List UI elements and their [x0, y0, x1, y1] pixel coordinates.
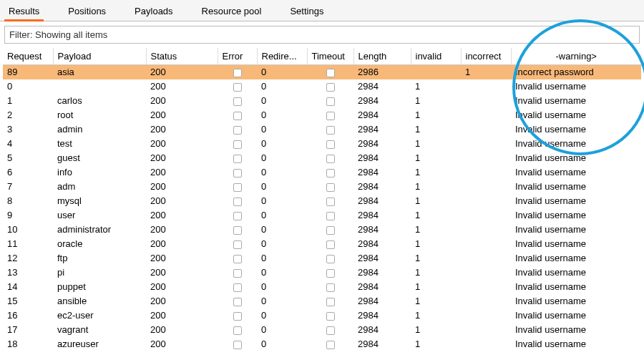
cell-payload: azureuser	[53, 337, 146, 351]
cell-error	[218, 323, 257, 337]
table-row[interactable]: 12ftp200029841Invalid username	[3, 251, 641, 266]
table-row[interactable]: 10administrator200029841Invalid username	[3, 223, 641, 237]
col-payload[interactable]: Payload	[53, 48, 146, 65]
cell-request: 14	[3, 280, 53, 294]
table-row[interactable]: 89asia200029861Incorrect password	[3, 65, 641, 79]
cell-timeout	[307, 79, 353, 94]
cell-error	[218, 79, 257, 94]
timeout-checkbox-icon	[326, 183, 335, 192]
error-checkbox-icon	[233, 212, 242, 220]
cell-redirects: 0	[257, 165, 307, 180]
cell-invalid: 1	[411, 280, 461, 294]
col-length[interactable]: Length	[353, 48, 411, 65]
cell-warning: Invalid username	[511, 294, 641, 308]
col-timeout[interactable]: Timeout	[307, 48, 353, 65]
col-invalid[interactable]: invalid	[411, 48, 461, 65]
cell-invalid: 1	[411, 208, 461, 223]
cell-error	[218, 165, 257, 180]
table-row[interactable]: 17vagrant200029841Invalid username	[3, 323, 641, 337]
tab-results[interactable]: Results	[6, 3, 42, 21]
cell-redirects: 0	[257, 151, 307, 165]
cell-request: 5	[3, 151, 53, 165]
table-row[interactable]: 3admin200029841Invalid username	[3, 122, 641, 137]
col-request[interactable]: Request	[3, 48, 53, 65]
table-row[interactable]: 13pi200029841Invalid username	[3, 266, 641, 280]
table-row[interactable]: 7adm200029841Invalid username	[3, 180, 641, 194]
cell-error	[218, 208, 257, 223]
cell-status: 200	[146, 65, 218, 79]
table-row[interactable]: 9user200029841Invalid username	[3, 208, 641, 223]
tab-positions[interactable]: Positions	[65, 3, 109, 21]
cell-length: 2984	[353, 223, 411, 237]
col-status[interactable]: Status	[146, 48, 218, 65]
cell-invalid	[411, 65, 461, 79]
table-row[interactable]: 1carlos200029841Invalid username	[3, 94, 641, 108]
error-checkbox-icon	[233, 298, 242, 306]
cell-status: 200	[146, 323, 218, 337]
cell-incorrect	[461, 251, 511, 266]
tab-payloads[interactable]: Payloads	[132, 3, 175, 21]
table-row[interactable]: 8mysql200029841Invalid username	[3, 194, 641, 208]
table-row[interactable]: 6info200029841Invalid username	[3, 165, 641, 180]
cell-request: 17	[3, 323, 53, 337]
cell-redirects: 0	[257, 323, 307, 337]
cell-payload: admin	[53, 122, 146, 137]
table-row[interactable]: 0200029841Invalid username	[3, 79, 641, 94]
cell-status: 200	[146, 108, 218, 122]
tab-settings[interactable]: Settings	[287, 3, 326, 21]
cell-request: 7	[3, 180, 53, 194]
timeout-checkbox-icon	[326, 298, 335, 306]
timeout-checkbox-icon	[326, 112, 335, 120]
error-checkbox-icon	[233, 83, 242, 92]
error-checkbox-icon	[233, 183, 242, 192]
cell-request: 18	[3, 337, 53, 351]
tab-resource-pool[interactable]: Resource pool	[199, 3, 265, 21]
table-row[interactable]: 15ansible200029841Invalid username	[3, 294, 641, 308]
table-row[interactable]: 14puppet200029841Invalid username	[3, 280, 641, 294]
cell-incorrect	[461, 308, 511, 323]
cell-redirects: 0	[257, 237, 307, 251]
table-row[interactable]: 4test200029841Invalid username	[3, 137, 641, 151]
cell-length: 2984	[353, 79, 411, 94]
cell-error	[218, 94, 257, 108]
timeout-checkbox-icon	[326, 269, 335, 278]
cell-timeout	[307, 94, 353, 108]
cell-payload: test	[53, 137, 146, 151]
cell-redirects: 0	[257, 180, 307, 194]
cell-status: 200	[146, 208, 218, 223]
cell-length: 2984	[353, 165, 411, 180]
col-incorrect[interactable]: incorrect	[461, 48, 511, 65]
cell-status: 200	[146, 137, 218, 151]
filter-bar[interactable]: Filter: Showing all items	[4, 26, 640, 44]
cell-incorrect	[461, 280, 511, 294]
cell-warning: Invalid username	[511, 280, 641, 294]
table-row[interactable]: 18azureuser200029841Invalid username	[3, 337, 641, 351]
cell-warning: Invalid username	[511, 337, 641, 351]
cell-incorrect	[461, 108, 511, 122]
cell-redirects: 0	[257, 79, 307, 94]
cell-timeout	[307, 108, 353, 122]
cell-status: 200	[146, 223, 218, 237]
col-error[interactable]: Error	[218, 48, 257, 65]
cell-payload: carlos	[53, 94, 146, 108]
cell-warning: Invalid username	[511, 237, 641, 251]
cell-warning: Invalid username	[511, 266, 641, 280]
table-row[interactable]: 16ec2-user200029841Invalid username	[3, 308, 641, 323]
table-row[interactable]: 11oracle200029841Invalid username	[3, 237, 641, 251]
cell-invalid: 1	[411, 294, 461, 308]
cell-payload: puppet	[53, 280, 146, 294]
cell-incorrect	[461, 223, 511, 237]
cell-invalid: 1	[411, 94, 461, 108]
cell-timeout	[307, 194, 353, 208]
table-row[interactable]: 5guest200029841Invalid username	[3, 151, 641, 165]
cell-payload: administrator	[53, 223, 146, 237]
cell-payload: user	[53, 208, 146, 223]
table-row[interactable]: 2root200029841Invalid username	[3, 108, 641, 122]
cell-redirects: 0	[257, 122, 307, 137]
col-warning[interactable]: -warning>	[511, 48, 641, 65]
col-redirects[interactable]: Redire...	[257, 48, 307, 65]
cell-warning: Invalid username	[511, 94, 641, 108]
cell-error	[218, 180, 257, 194]
cell-timeout	[307, 237, 353, 251]
cell-status: 200	[146, 180, 218, 194]
